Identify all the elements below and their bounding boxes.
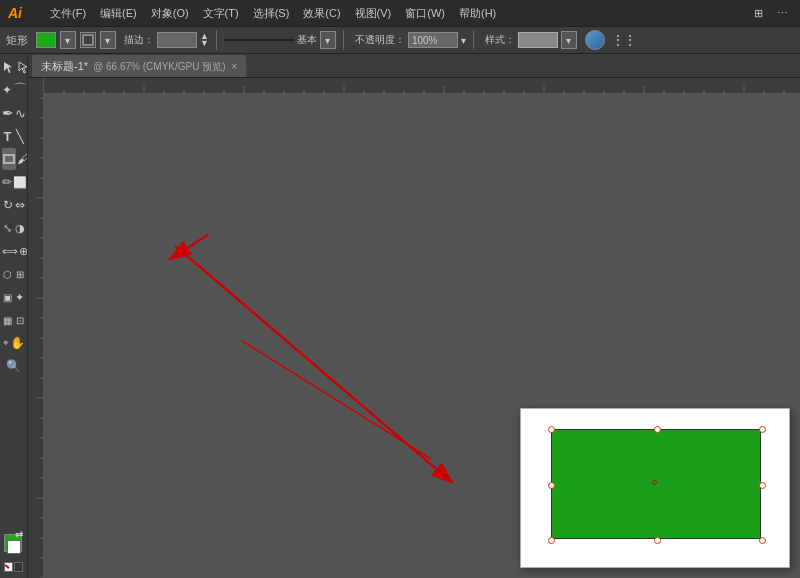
style-dropdown[interactable]: ▾ [561, 31, 577, 49]
menu-edit[interactable]: 编辑(E) [94, 4, 143, 23]
pencil-tool[interactable]: ✏ [2, 171, 12, 193]
handle-bottom-center[interactable] [654, 537, 661, 544]
stroke-label: 描边： [124, 33, 154, 47]
menu-file[interactable]: 文件(F) [44, 4, 92, 23]
menu-window[interactable]: 窗口(W) [399, 4, 451, 23]
width-tool[interactable]: ⟺ [2, 240, 18, 262]
svg-line-67 [188, 234, 209, 247]
tab-close-button[interactable]: × [232, 61, 238, 72]
opacity-label: 不透明度： [355, 33, 405, 47]
rect-tool[interactable] [2, 148, 16, 170]
line-segment-tool[interactable]: ╲ [14, 125, 25, 147]
hand-tool[interactable]: ✋ [10, 332, 25, 354]
lasso-tool[interactable]: ⌒ [13, 79, 27, 101]
eraser-tool2[interactable]: ⬜ [13, 171, 27, 193]
menu-text[interactable]: 文字(T) [197, 4, 245, 23]
stroke-input[interactable] [157, 32, 197, 48]
tab-bar: 未标题-1* @ 66.67% (CMYK/GPU 预览) × [28, 54, 800, 78]
tool-row-11: ▣ ✦ [2, 286, 25, 308]
gradient-tool[interactable]: ▣ [2, 286, 13, 308]
swap-colors-icon[interactable]: ⇄ [15, 529, 23, 540]
menu-object[interactable]: 对象(O) [145, 4, 195, 23]
panel-toggle-icon[interactable]: ⊞ [750, 5, 767, 22]
svg-rect-2 [4, 155, 14, 163]
direct-select-tool[interactable] [17, 56, 28, 78]
svg-line-66 [175, 246, 436, 469]
global-icon[interactable] [585, 30, 605, 50]
stroke-color-swatch[interactable] [80, 32, 96, 48]
select-tool[interactable] [2, 56, 16, 78]
stroke-stepper[interactable]: ▲▼ [200, 33, 209, 47]
ai-logo: Ai [8, 5, 36, 21]
svg-marker-0 [4, 62, 12, 73]
handle-top-right[interactable] [759, 426, 766, 433]
slice-tool[interactable]: ⌖ [2, 332, 9, 354]
canvas-content [44, 94, 800, 578]
style-box[interactable] [518, 32, 558, 48]
canvas-area[interactable] [28, 78, 800, 578]
scale-tool[interactable]: ⤡ [2, 217, 13, 239]
opacity-arrow[interactable]: ▾ [461, 35, 466, 46]
fill-dropdown[interactable]: ▾ [60, 31, 76, 49]
fill-color-swatch[interactable] [36, 32, 56, 48]
opacity-value: 100% [412, 35, 438, 46]
stroke-dropdown-arrow: ▾ [105, 35, 110, 46]
stroke-dropdown[interactable]: ▾ [100, 31, 116, 49]
menu-select[interactable]: 选择(S) [247, 4, 296, 23]
separator-2 [343, 30, 344, 50]
ruler-left [28, 78, 44, 578]
black-color[interactable] [14, 562, 23, 572]
curvature-tool[interactable]: ∿ [15, 102, 26, 124]
handle-right-center[interactable] [759, 482, 766, 489]
center-handle [652, 480, 657, 485]
magic-wand-tool[interactable]: ✦ [2, 79, 12, 101]
eyedropper-tool[interactable]: ✦ [14, 286, 25, 308]
none-color[interactable] [4, 562, 13, 572]
tool-row-8: ⤡ ◑ [2, 217, 25, 239]
opacity-section: 不透明度： 100% ▾ [355, 32, 466, 48]
style-section: 样式： ▾ [485, 31, 577, 49]
reflect-tool[interactable]: ⇔ [14, 194, 25, 216]
handle-bottom-right[interactable] [759, 537, 766, 544]
tool-row-1 [2, 56, 25, 78]
line-style-arrow: ▾ [325, 35, 330, 46]
zoomed-inset-panel [520, 408, 790, 568]
menu-help[interactable]: 帮助(H) [453, 4, 502, 23]
foreground-color[interactable]: ⇄ [4, 534, 22, 552]
warp-tool[interactable]: ◑ [14, 217, 25, 239]
handle-left-center[interactable] [548, 482, 555, 489]
rotate-tool[interactable]: ↻ [2, 194, 13, 216]
menu-view[interactable]: 视图(V) [349, 4, 398, 23]
background-color[interactable] [7, 540, 21, 554]
line-style-dropdown[interactable]: ▾ [320, 31, 336, 49]
shape-builder-tool[interactable]: ⊕ [19, 240, 28, 262]
tab-title-text: 未标题-1* [41, 60, 88, 72]
more-tools-icon[interactable]: ⋮⋮ [611, 32, 635, 48]
mesh-tool[interactable]: ⊞ [14, 263, 25, 285]
svg-marker-1 [19, 62, 27, 73]
current-tool-label: 矩形 [6, 33, 28, 48]
ruler-top [44, 78, 800, 94]
tool-row-12: ▦ ⊡ [2, 309, 25, 331]
tab-title: 未标题-1* @ 66.67% (CMYK/GPU 预览) [41, 59, 226, 74]
more-options-icon[interactable]: ⋯ [773, 5, 792, 22]
document-tab[interactable]: 未标题-1* @ 66.67% (CMYK/GPU 预览) × [32, 55, 246, 77]
zoom-tool[interactable]: 🔍 [2, 355, 24, 377]
menu-effect[interactable]: 效果(C) [297, 4, 346, 23]
below-color-row [4, 562, 23, 572]
tool-row-13: ⌖ ✋ [2, 332, 25, 354]
tool-row-5: 🖌 [2, 148, 25, 170]
bar-graph-tool[interactable]: ▦ [2, 309, 13, 331]
perspective-grid-tool[interactable]: ⬡ [2, 263, 13, 285]
opacity-input[interactable]: 100% [408, 32, 458, 48]
handle-top-center[interactable] [654, 426, 661, 433]
svg-line-68 [242, 341, 432, 460]
artboard-tool[interactable]: ⊡ [14, 309, 25, 331]
type-tool[interactable]: T [2, 125, 13, 147]
tool-row-14: 🔍 [2, 355, 25, 377]
brush-tool[interactable]: 🖌 [17, 148, 28, 170]
separator-1 [216, 30, 217, 50]
handle-top-left[interactable] [548, 426, 555, 433]
handle-bottom-left[interactable] [548, 537, 555, 544]
pen-tool[interactable]: ✒ [2, 102, 14, 124]
